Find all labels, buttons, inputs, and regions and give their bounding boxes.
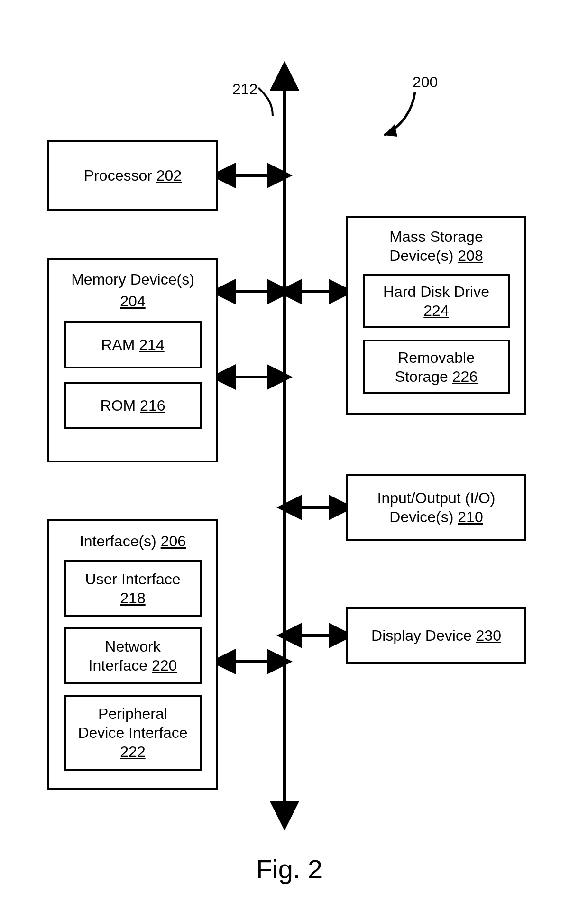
peripheral-interface-block: Peripheral Device Interface 222	[64, 695, 202, 771]
user-interface-block: User Interface 218	[64, 560, 202, 617]
removable-label1: Removable	[398, 348, 475, 367]
ram-block: RAM 214	[64, 321, 202, 368]
io-label1: Input/Output (I/O)	[377, 488, 496, 507]
svg-marker-0	[384, 124, 397, 137]
rom-block: ROM 216	[64, 382, 202, 429]
io-label2: Device(s) 210	[389, 507, 483, 526]
hdd-block: Hard Disk Drive 224	[363, 274, 510, 328]
processor-label: Processor 202	[84, 166, 182, 185]
user-interface-label: User Interface	[85, 570, 181, 589]
figure-caption: Fig. 2	[256, 854, 322, 884]
interfaces-label: Interface(s) 206	[80, 532, 186, 551]
network-interface-label2: Interface 220	[89, 656, 177, 675]
peripheral-interface-label2: Device Interface	[78, 723, 187, 742]
system-ref-label: 200	[413, 74, 438, 91]
network-interface-label1: Network	[105, 637, 160, 656]
memory-label: Memory Device(s)	[71, 270, 194, 289]
mass-storage-label2: Device(s) 208	[389, 246, 483, 265]
bus-label-connector	[258, 88, 273, 116]
system-ref-arrow	[384, 92, 415, 135]
display-block: Display Device 230	[346, 607, 526, 664]
removable-label2: Storage 226	[395, 367, 478, 386]
mass-storage-label1: Mass Storage	[389, 227, 483, 246]
memory-ref: 204	[120, 292, 145, 311]
memory-block: Memory Device(s) 204 RAM 214 ROM 216	[47, 258, 218, 462]
display-label: Display Device 230	[371, 626, 501, 645]
peripheral-interface-label1: Peripheral	[98, 704, 167, 723]
processor-block: Processor 202	[47, 140, 218, 211]
ram-label: RAM 214	[101, 335, 164, 354]
bus-ref-label: 212	[232, 81, 257, 98]
diagram-canvas: 212 200 Processor 202 Memory Device(s) 2…	[0, 0, 588, 921]
rom-label: ROM 216	[101, 396, 165, 415]
interfaces-block: Interface(s) 206 User Interface 218 Netw…	[47, 519, 218, 790]
network-interface-block: Network Interface 220	[64, 627, 202, 684]
io-block: Input/Output (I/O) Device(s) 210	[346, 474, 526, 541]
hdd-label: Hard Disk Drive	[383, 282, 489, 301]
mass-storage-block: Mass Storage Device(s) 208 Hard Disk Dri…	[346, 216, 526, 415]
removable-block: Removable Storage 226	[363, 340, 510, 394]
